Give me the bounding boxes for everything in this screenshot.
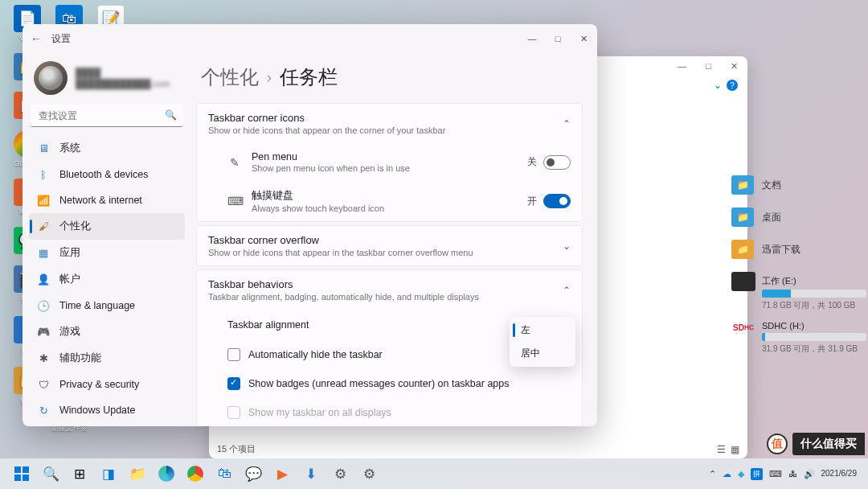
nav-icon: 👤 [37, 273, 50, 286]
section-header[interactable]: Taskbar corner icons Show or hide icons … [197, 104, 582, 143]
avatar [34, 61, 68, 95]
sidebar-item-windows-update[interactable]: ↻Windows Update [29, 397, 185, 423]
nav-label: 帐户 [59, 273, 80, 286]
drive-item[interactable]: SDHC SDHC (H:) 31.9 GB 可用，共 31.9 GB [731, 318, 868, 355]
system-tray[interactable]: ⌃ ☁ ◆ 拼 ⌨ 🖧 🔊 [709, 468, 815, 480]
explorer-icon[interactable]: 📁 [124, 460, 151, 487]
keyboard-icon[interactable]: ⌨ [769, 469, 782, 479]
sidebar-item-network-internet[interactable]: 📶Network & internet [29, 187, 185, 213]
sidebar-item--[interactable]: 🖥系统 [29, 135, 185, 162]
folder-item[interactable]: 📁文档 [731, 169, 868, 201]
nav-icon: ↻ [37, 404, 50, 417]
xunlei-icon[interactable]: ⬇ [297, 460, 325, 487]
chevron-up-icon: ⌃ [563, 118, 571, 129]
sidebar-item--[interactable]: ✱辅助功能 [29, 345, 185, 372]
dropdown-option-left[interactable]: 左 [511, 318, 574, 342]
watermark-text: 什么值得买 [792, 433, 865, 455]
back-button[interactable]: ← [31, 32, 47, 45]
search-icon[interactable]: 🔍 [37, 460, 64, 487]
pen-icon: ✎ [227, 156, 242, 169]
nav-icon: ✱ [37, 352, 50, 365]
nav-label: Network & internet [59, 195, 142, 206]
settings-content: 个性化 › 任务栏 Taskbar corner icons Show or h… [191, 53, 597, 426]
close-button[interactable]: ✕ [578, 34, 589, 44]
sidebar-item--[interactable]: 👤帐户 [29, 266, 185, 293]
settings-icon[interactable]: ⚙ [355, 460, 383, 487]
clock[interactable]: 2021/6/29 [821, 469, 861, 479]
view-grid-icon[interactable]: ▦ [731, 444, 739, 455]
setting-row-pen-menu: ✎ Pen menu Show pen menu icon when pen i… [197, 143, 582, 181]
svg-rect-3 [23, 475, 29, 481]
sidebar-item-bluetooth-devices[interactable]: ᛒBluetooth & devices [29, 162, 185, 187]
task-view-icon[interactable]: ⊞ [66, 460, 93, 487]
nav-icon: 🖥 [37, 142, 50, 155]
checkbox[interactable] [227, 377, 240, 390]
svg-rect-1 [23, 466, 29, 473]
edge-icon[interactable] [153, 460, 180, 487]
sidebar-item--[interactable]: 🖌个性化 [29, 213, 185, 240]
breadcrumb-parent[interactable]: 个性化 [201, 64, 259, 90]
chevron-down-icon[interactable]: ⌄ [714, 80, 722, 91]
breadcrumb-current: 任务栏 [280, 64, 338, 90]
settings-titlebar: ← 设置 — □ ✕ [23, 24, 597, 53]
sidebar-item-time-language[interactable]: 🕒Time & language [29, 293, 185, 318]
view-list-icon[interactable]: ☰ [717, 444, 726, 455]
chevron-up-icon: ⌃ [563, 285, 571, 296]
volume-icon[interactable]: 🔊 [804, 469, 815, 479]
breadcrumb: 个性化 › 任务栏 [196, 53, 583, 103]
nav-label: Bluetooth & devices [59, 169, 149, 180]
tray-chevron-icon[interactable]: ⌃ [709, 469, 716, 479]
sidebar-item-privacy-security[interactable]: 🛡Privacy & security [29, 372, 185, 397]
maximize-button[interactable]: □ [552, 34, 563, 44]
app-icon[interactable]: ▶ [268, 460, 296, 487]
check-row-all-displays: Show my taskbar on all displays [197, 398, 582, 426]
folder-item[interactable]: 📁迅雷下载 [731, 233, 868, 265]
onedrive-icon[interactable]: ☁ [723, 469, 731, 479]
nav-icon: ᛒ [37, 168, 50, 181]
watermark-logo: 值 [767, 434, 788, 454]
start-button[interactable] [8, 460, 35, 487]
window-title: 设置 [47, 32, 526, 46]
check-row-badges[interactable]: Show badges (unread messages counter) on… [197, 369, 582, 398]
folder-item[interactable]: 📁桌面 [731, 201, 868, 233]
keyboard-icon: ⌨ [227, 195, 242, 208]
app-icon[interactable]: ⚙ [326, 460, 354, 487]
nav-label: 辅助功能 [59, 351, 101, 365]
section-header[interactable]: Taskbar behaviors Taskbar alignment, bad… [197, 270, 582, 310]
toggle-pen-menu[interactable] [543, 155, 571, 170]
nav-label: Privacy & security [59, 379, 139, 390]
ime-icon[interactable]: 拼 [751, 468, 763, 480]
settings-window: ← 设置 — □ ✕ ████ ████████████.com 🔍 🖥系统ᛒB… [23, 24, 597, 426]
profile-block[interactable]: ████ ████████████.com [29, 58, 185, 105]
chrome-icon[interactable] [182, 460, 209, 487]
checkbox[interactable] [227, 348, 240, 361]
section-behaviors: Taskbar behaviors Taskbar alignment, bad… [196, 269, 583, 426]
nav-icon: 🛡 [37, 378, 50, 391]
close-button[interactable]: ✕ [731, 61, 738, 72]
section-header[interactable]: Taskbar corner overflow Show or hide ico… [197, 226, 582, 265]
network-icon[interactable]: 🖧 [788, 469, 797, 479]
maximize-button[interactable]: □ [706, 61, 711, 71]
store-icon[interactable]: 🛍 [211, 460, 238, 487]
app-tray-icon[interactable]: ◆ [738, 469, 744, 479]
explorer-items: 📁文档 📁桌面 📁迅雷下载 工作 (E:) 71.8 GB 可用，共 100 G… [731, 169, 868, 355]
minimize-button[interactable]: — [678, 61, 686, 71]
widgets-icon[interactable]: ◨ [95, 460, 122, 487]
wechat-icon[interactable]: 💬 [240, 460, 267, 487]
nav-icon: 🎮 [37, 326, 50, 339]
dropdown-option-center[interactable]: 居中 [511, 342, 574, 365]
minimize-button[interactable]: — [526, 34, 538, 44]
search-icon: 🔍 [165, 109, 177, 121]
sidebar-item--[interactable]: 🎮游戏 [29, 318, 185, 345]
help-icon[interactable]: ? [727, 80, 738, 91]
search-input[interactable] [31, 105, 183, 127]
toggle-touch-keyboard[interactable] [543, 194, 571, 208]
search-box: 🔍 [31, 105, 183, 127]
setting-row-touch-keyboard: ⌨ 触摸键盘 Always show touch keyboard icon 开 [197, 181, 582, 221]
svg-rect-2 [14, 475, 21, 481]
section-overflow: Taskbar corner overflow Show or hide ico… [196, 225, 583, 266]
sidebar-item--[interactable]: ▦应用 [29, 240, 185, 266]
nav-label: Time & language [59, 300, 135, 311]
nav-label: 系统 [59, 142, 80, 155]
drive-item[interactable]: 工作 (E:) 71.8 GB 可用，共 100 GB [731, 272, 868, 311]
